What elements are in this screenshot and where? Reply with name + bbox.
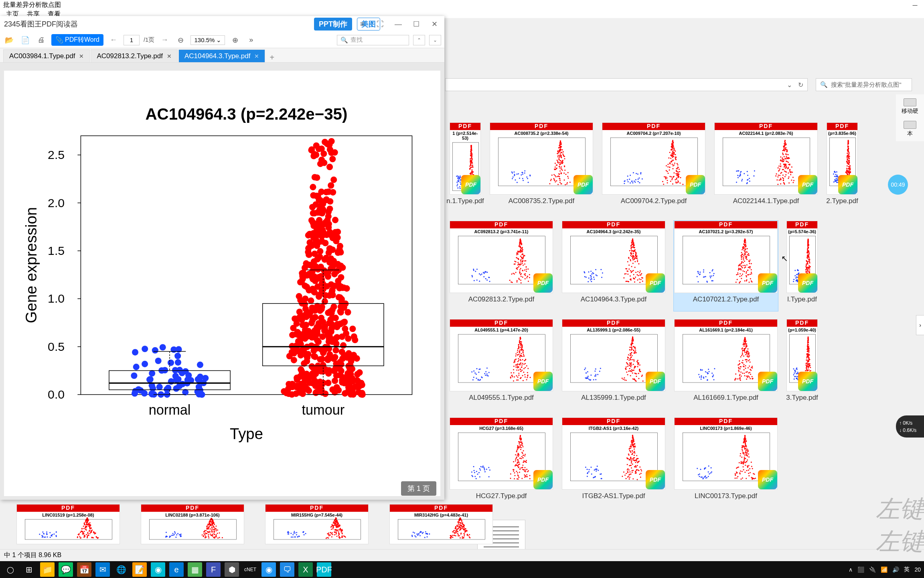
- ppt-make-button[interactable]: PPT制作: [314, 18, 352, 31]
- tab-close-icon[interactable]: ✕: [79, 53, 84, 59]
- chrome-icon[interactable]: 🌐: [114, 562, 128, 577]
- svg-point-418: [672, 152, 673, 153]
- tray-icon-1[interactable]: ⬛: [857, 566, 864, 573]
- file-item[interactable]: PDF (p=3.835e-96) PDF 2.Type.pdf: [826, 122, 858, 213]
- file-item[interactable]: PDF LINC00173 (p=1.869e-46) PDF LINC0017…: [674, 417, 778, 508]
- file-item[interactable]: PDF AL135999.1 (p=2.086e-55) PDF AL13599…: [561, 319, 666, 409]
- svg-point-2404: [626, 478, 627, 479]
- file-item[interactable]: PDF AC008735.2 (p=2.338e-54) PDF AC00873…: [489, 122, 594, 213]
- pdf-tab[interactable]: AC104964.3.Type.pdf✕: [178, 49, 265, 62]
- tray-power-icon[interactable]: 🔌: [869, 566, 876, 573]
- fullscreen-icon[interactable]: ⛶: [374, 20, 386, 28]
- hamburger-icon[interactable]: ≡: [356, 20, 368, 28]
- app-icon-1[interactable]: 📅: [77, 562, 91, 577]
- svg-point-1797: [631, 347, 632, 348]
- file-item[interactable]: PDF LINC02188 (p=3.871e-106): [140, 504, 245, 548]
- file-item[interactable]: PDF AC104964.3 (p=2.242e-35) PDF AC10496…: [561, 221, 666, 311]
- file-item[interactable]: PDF AC022144.1 (p=2.083e-76) PDF AC02214…: [714, 122, 818, 213]
- svg-point-1912: [745, 365, 746, 366]
- file-item[interactable]: PDF AC107021.2 (p=3.292e-57) PDF AC10702…: [674, 221, 778, 311]
- close-icon[interactable]: ✕: [428, 20, 440, 28]
- panel-item-disk[interactable]: 移动硬: [902, 98, 918, 115]
- search-next-button[interactable]: ⌄: [429, 35, 441, 45]
- app-icon-7[interactable]: 🗨: [280, 562, 294, 577]
- address-dropdown-icon[interactable]: ⌄: [787, 81, 792, 89]
- file-item[interactable]: PDF 1 (p=2.514e-53) PDF n.1.Type.pdf: [449, 122, 481, 213]
- file-item[interactable]: PDF AL049555.1 (p=4.147e-20) PDF AL04955…: [449, 319, 553, 409]
- svg-point-3846: [340, 320, 346, 326]
- svg-point-1250: [746, 273, 747, 274]
- tab-close-icon[interactable]: ✕: [254, 53, 259, 59]
- app-icon-4[interactable]: F: [206, 562, 221, 577]
- svg-point-3091: [342, 529, 343, 531]
- file-item[interactable]: PDF AL161669.1 (p=2.184e-41) PDF AL16166…: [674, 319, 778, 409]
- timer-widget[interactable]: 00:49: [888, 175, 908, 195]
- maximize-icon[interactable]: ☐: [410, 20, 422, 28]
- add-tab-button[interactable]: +: [266, 53, 278, 62]
- file-item[interactable]: PDF AC092813.2 (p=3.741e-11) PDF AC09281…: [449, 221, 553, 311]
- network-speed-widget[interactable]: ↑ 0K/s ↓ 0.6K/s: [896, 415, 924, 438]
- tab-close-icon[interactable]: ✕: [167, 53, 172, 59]
- svg-point-1902: [750, 370, 752, 371]
- zoom-select[interactable]: 130.5% ⌄: [190, 35, 225, 45]
- pdf-tab[interactable]: AC092813.2.Type.pdf✕: [91, 49, 177, 62]
- wechat-icon[interactable]: 💬: [59, 562, 73, 577]
- ime-indicator[interactable]: 英: [904, 566, 910, 573]
- svg-point-1467: [807, 246, 808, 248]
- tray-volume-icon[interactable]: 🔊: [892, 566, 899, 573]
- svg-point-2161: [483, 467, 484, 468]
- app-icon-2[interactable]: ◉: [151, 562, 165, 577]
- file-item[interactable]: PDF MIR3142HG (p=4.483e-41): [389, 504, 493, 548]
- search-prev-button[interactable]: ⌃: [413, 35, 425, 45]
- explorer-address-bar[interactable]: ⌄ ↻: [445, 78, 808, 91]
- file-explorer-icon[interactable]: 📁: [40, 562, 55, 577]
- pdf-viewport[interactable]: 📋 AC104964.3 (p=2.242e−35) 0.00.51.01.52…: [0, 63, 444, 500]
- clock-date[interactable]: 20: [914, 566, 921, 573]
- svg-point-1631: [522, 345, 523, 346]
- sublime-icon[interactable]: 📝: [132, 562, 147, 577]
- zoom-in-icon[interactable]: ⊕: [229, 34, 241, 46]
- next-page-button[interactable]: →: [158, 36, 170, 44]
- tray-network-icon[interactable]: 📶: [881, 566, 888, 573]
- refresh-icon[interactable]: ↻: [798, 81, 803, 89]
- svg-point-3739: [313, 152, 319, 158]
- pdf-search-input[interactable]: 🔍 查找: [337, 35, 409, 45]
- app-icon-6[interactable]: ◉: [261, 562, 276, 577]
- file-item[interactable]: PDF (p=5.574e-36) PDF l.Type.pdf: [786, 221, 818, 311]
- file-item[interactable]: PDF (p=1.059e-40) PDF 3.Type.pdf: [786, 319, 818, 409]
- cnet-icon[interactable]: cNET: [243, 562, 257, 577]
- prev-page-button[interactable]: ←: [107, 36, 120, 44]
- edge-icon[interactable]: e: [169, 562, 184, 577]
- explorer-minimize[interactable]: —: [906, 0, 924, 10]
- page-number-input[interactable]: [124, 35, 140, 45]
- excel-icon[interactable]: X: [298, 562, 313, 577]
- file-item[interactable]: PDF LINC01519 (p=1.258e-08): [16, 504, 120, 548]
- svg-point-781: [847, 159, 848, 160]
- tray-expand-icon[interactable]: ∧: [849, 566, 853, 573]
- task-view-icon[interactable]: ⊞: [22, 562, 36, 577]
- app-icon-3[interactable]: ▦: [188, 562, 202, 577]
- svg-point-1153: [635, 253, 636, 254]
- pdf-to-word-button[interactable]: 📎 PDF转Word: [51, 34, 103, 46]
- file-item[interactable]: PDF HCG27 (p=3.168e-65) PDF HCG27.Type.p…: [449, 417, 553, 508]
- panel-item-disk2[interactable]: 本: [904, 121, 916, 137]
- app-icon-5[interactable]: ⬢: [225, 562, 239, 577]
- panel-collapse-arrow[interactable]: ›: [916, 315, 924, 335]
- explorer-search-box[interactable]: 🔍 搜索"批量差异分析散点图": [816, 78, 912, 91]
- file-item[interactable]: PDF AC009704.2 (p=7.207e-10) PDF AC00970…: [602, 122, 706, 213]
- file-item[interactable]: PDF ITGB2-AS1 (p=3.16e-42) PDF ITGB2-AS1…: [561, 417, 666, 508]
- svg-point-647: [784, 142, 786, 143]
- print-icon[interactable]: 🖨: [35, 34, 47, 46]
- minimize-icon[interactable]: —: [392, 20, 404, 28]
- mail-icon[interactable]: ✉: [95, 562, 110, 577]
- pdf-tab[interactable]: AC003984.1.Type.pdf✕: [3, 49, 90, 62]
- save-icon[interactable]: 📄: [19, 34, 31, 46]
- start-button[interactable]: ◯: [3, 562, 18, 577]
- zoom-out-icon[interactable]: ⊖: [174, 34, 186, 46]
- svg-point-847: [472, 276, 473, 277]
- open-icon[interactable]: 📂: [3, 34, 15, 46]
- file-item[interactable]: PDF MIR155HG (p=7.545e-44): [265, 504, 369, 548]
- more-tools-icon[interactable]: »: [245, 34, 257, 46]
- svg-point-2669: [47, 534, 48, 535]
- pdf-reader-taskbar-icon[interactable]: PDF: [317, 562, 331, 577]
